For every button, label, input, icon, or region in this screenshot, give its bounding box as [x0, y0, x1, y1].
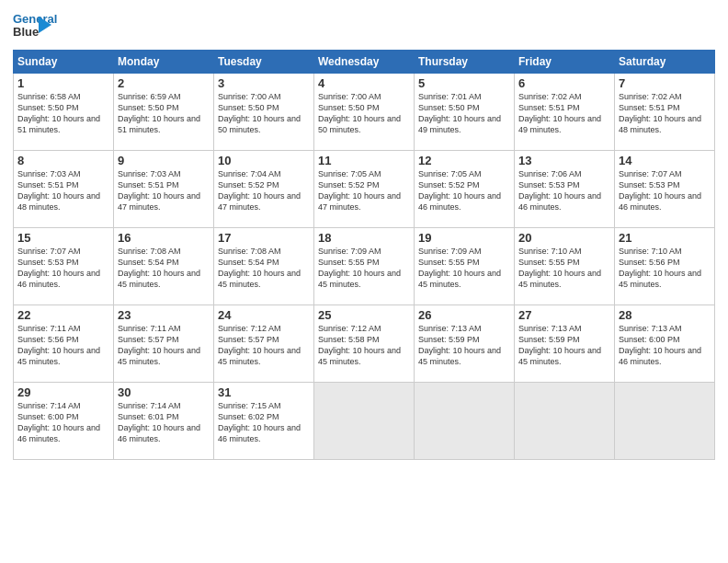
calendar-cell: 12 Sunrise: 7:05 AMSunset: 5:52 PMDaylig…: [415, 151, 515, 228]
calendar-table: SundayMondayTuesdayWednesdayThursdayFrid…: [13, 50, 715, 460]
day-content: Sunrise: 7:11 AMSunset: 5:57 PMDaylight:…: [118, 323, 210, 368]
day-content: Sunrise: 7:14 AMSunset: 6:01 PMDaylight:…: [118, 400, 210, 445]
calendar-header-row: SundayMondayTuesdayWednesdayThursdayFrid…: [14, 51, 715, 74]
calendar-cell: 1 Sunrise: 6:58 AMSunset: 5:50 PMDayligh…: [14, 74, 114, 151]
day-content: Sunrise: 7:10 AMSunset: 5:55 PMDaylight:…: [518, 246, 610, 291]
logo: General Blue: [13, 13, 44, 44]
day-number: 25: [318, 308, 410, 322]
calendar-cell: 4 Sunrise: 7:00 AMSunset: 5:50 PMDayligh…: [314, 74, 415, 151]
day-number: 8: [17, 154, 109, 167]
header-thursday: Thursday: [415, 51, 515, 74]
calendar-cell: [515, 383, 615, 460]
day-content: Sunrise: 7:03 AMSunset: 5:51 PMDaylight:…: [17, 168, 109, 213]
day-content: Sunrise: 7:01 AMSunset: 5:50 PMDaylight:…: [418, 91, 510, 136]
calendar-cell: [415, 383, 515, 460]
day-content: Sunrise: 7:05 AMSunset: 5:52 PMDaylight:…: [318, 168, 410, 213]
day-number: 29: [17, 385, 109, 399]
day-number: 23: [118, 308, 210, 322]
day-content: Sunrise: 7:08 AMSunset: 5:54 PMDaylight:…: [118, 246, 210, 291]
calendar-cell: 10 Sunrise: 7:04 AMSunset: 5:52 PMDaylig…: [214, 151, 314, 228]
day-number: 17: [218, 231, 310, 245]
calendar-cell: [615, 383, 715, 460]
day-content: Sunrise: 7:10 AMSunset: 5:56 PMDaylight:…: [619, 246, 711, 291]
header-wednesday: Wednesday: [314, 51, 415, 74]
day-content: Sunrise: 7:11 AMSunset: 5:56 PMDaylight:…: [17, 323, 109, 368]
day-content: Sunrise: 7:12 AMSunset: 5:58 PMDaylight:…: [318, 323, 410, 368]
day-number: 10: [218, 154, 310, 167]
day-number: 16: [118, 231, 210, 245]
day-content: Sunrise: 7:05 AMSunset: 5:52 PMDaylight:…: [418, 168, 510, 213]
day-number: 7: [619, 76, 711, 90]
header-saturday: Saturday: [615, 51, 715, 74]
day-number: 6: [518, 76, 610, 90]
day-number: 18: [318, 231, 410, 245]
day-content: Sunrise: 7:09 AMSunset: 5:55 PMDaylight:…: [418, 246, 510, 291]
day-content: Sunrise: 7:02 AMSunset: 5:51 PMDaylight:…: [619, 91, 711, 136]
day-number: 5: [418, 76, 510, 90]
calendar-cell: 11 Sunrise: 7:05 AMSunset: 5:52 PMDaylig…: [314, 151, 415, 228]
day-content: Sunrise: 7:07 AMSunset: 5:53 PMDaylight:…: [619, 168, 711, 213]
header-monday: Monday: [114, 51, 214, 74]
day-number: 1: [17, 76, 109, 90]
day-number: 3: [218, 76, 310, 90]
day-number: 28: [619, 308, 711, 322]
day-number: 21: [619, 231, 711, 245]
day-content: Sunrise: 7:03 AMSunset: 5:51 PMDaylight:…: [118, 168, 210, 213]
calendar-cell: 6 Sunrise: 7:02 AMSunset: 5:51 PMDayligh…: [515, 74, 615, 151]
header-sunday: Sunday: [14, 51, 114, 74]
week-row-3: 15 Sunrise: 7:07 AMSunset: 5:53 PMDaylig…: [14, 228, 715, 305]
header-tuesday: Tuesday: [214, 51, 314, 74]
day-content: Sunrise: 6:58 AMSunset: 5:50 PMDaylight:…: [17, 91, 109, 136]
calendar-cell: 22 Sunrise: 7:11 AMSunset: 5:56 PMDaylig…: [14, 305, 114, 383]
day-content: Sunrise: 7:02 AMSunset: 5:51 PMDaylight:…: [518, 91, 610, 136]
day-content: Sunrise: 7:08 AMSunset: 5:54 PMDaylight:…: [218, 246, 310, 291]
calendar-cell: 17 Sunrise: 7:08 AMSunset: 5:54 PMDaylig…: [214, 228, 314, 305]
day-content: Sunrise: 7:07 AMSunset: 5:53 PMDaylight:…: [17, 246, 109, 291]
day-number: 11: [318, 154, 410, 167]
calendar-cell: 8 Sunrise: 7:03 AMSunset: 5:51 PMDayligh…: [14, 151, 114, 228]
calendar-cell: 28 Sunrise: 7:13 AMSunset: 6:00 PMDaylig…: [615, 305, 715, 383]
calendar-cell: 19 Sunrise: 7:09 AMSunset: 5:55 PMDaylig…: [415, 228, 515, 305]
day-number: 13: [518, 154, 610, 167]
day-content: Sunrise: 7:00 AMSunset: 5:50 PMDaylight:…: [318, 91, 410, 136]
calendar-cell: 3 Sunrise: 7:00 AMSunset: 5:50 PMDayligh…: [214, 74, 314, 151]
calendar-cell: 21 Sunrise: 7:10 AMSunset: 5:56 PMDaylig…: [615, 228, 715, 305]
day-content: Sunrise: 7:06 AMSunset: 5:53 PMDaylight:…: [518, 168, 610, 213]
day-number: 30: [118, 385, 210, 399]
day-number: 24: [218, 308, 310, 322]
day-number: 27: [518, 308, 610, 322]
svg-marker-0: [39, 17, 51, 33]
day-number: 26: [418, 308, 510, 322]
day-content: Sunrise: 7:15 AMSunset: 6:02 PMDaylight:…: [218, 400, 310, 445]
calendar-cell: [314, 383, 415, 460]
calendar-cell: 16 Sunrise: 7:08 AMSunset: 5:54 PMDaylig…: [114, 228, 214, 305]
calendar-cell: 31 Sunrise: 7:15 AMSunset: 6:02 PMDaylig…: [214, 383, 314, 460]
week-row-2: 8 Sunrise: 7:03 AMSunset: 5:51 PMDayligh…: [14, 151, 715, 228]
calendar-cell: 27 Sunrise: 7:13 AMSunset: 5:59 PMDaylig…: [515, 305, 615, 383]
day-number: 19: [418, 231, 510, 245]
day-number: 22: [17, 308, 109, 322]
day-number: 4: [318, 76, 410, 90]
day-content: Sunrise: 7:12 AMSunset: 5:57 PMDaylight:…: [218, 323, 310, 368]
day-content: Sunrise: 7:13 AMSunset: 5:59 PMDaylight:…: [418, 323, 510, 368]
day-content: Sunrise: 7:13 AMSunset: 6:00 PMDaylight:…: [619, 323, 711, 368]
day-content: Sunrise: 7:13 AMSunset: 5:59 PMDaylight:…: [518, 323, 610, 368]
calendar-cell: 14 Sunrise: 7:07 AMSunset: 5:53 PMDaylig…: [615, 151, 715, 228]
calendar-cell: 26 Sunrise: 7:13 AMSunset: 5:59 PMDaylig…: [415, 305, 515, 383]
day-number: 12: [418, 154, 510, 167]
day-number: 9: [118, 154, 210, 167]
calendar-cell: 15 Sunrise: 7:07 AMSunset: 5:53 PMDaylig…: [14, 228, 114, 305]
week-row-4: 22 Sunrise: 7:11 AMSunset: 5:56 PMDaylig…: [14, 305, 715, 383]
calendar-cell: 23 Sunrise: 7:11 AMSunset: 5:57 PMDaylig…: [114, 305, 214, 383]
calendar-cell: 25 Sunrise: 7:12 AMSunset: 5:58 PMDaylig…: [314, 305, 415, 383]
calendar-cell: 24 Sunrise: 7:12 AMSunset: 5:57 PMDaylig…: [214, 305, 314, 383]
day-content: Sunrise: 7:04 AMSunset: 5:52 PMDaylight:…: [218, 168, 310, 213]
day-content: Sunrise: 7:00 AMSunset: 5:50 PMDaylight:…: [218, 91, 310, 136]
day-number: 14: [619, 154, 711, 167]
day-number: 2: [118, 76, 210, 90]
header-friday: Friday: [515, 51, 615, 74]
calendar-cell: 29 Sunrise: 7:14 AMSunset: 6:00 PMDaylig…: [14, 383, 114, 460]
day-content: Sunrise: 7:14 AMSunset: 6:00 PMDaylight:…: [17, 400, 109, 445]
day-number: 15: [17, 231, 109, 245]
calendar-cell: 20 Sunrise: 7:10 AMSunset: 5:55 PMDaylig…: [515, 228, 615, 305]
